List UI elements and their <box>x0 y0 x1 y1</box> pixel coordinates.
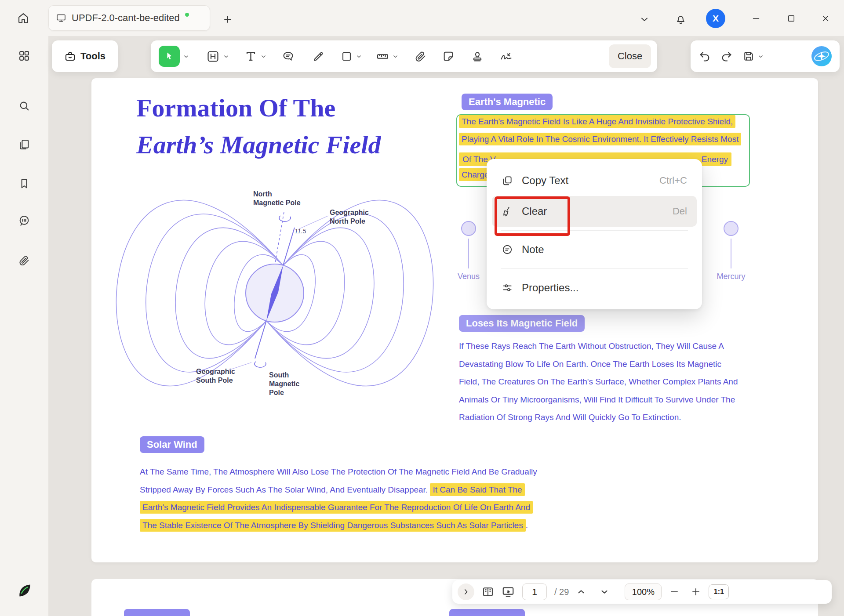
tools-button[interactable]: Tools <box>52 40 118 72</box>
measure-tool-dropdown[interactable] <box>392 53 399 60</box>
updf-logo[interactable] <box>14 580 35 601</box>
maximize-button[interactable] <box>782 10 800 27</box>
sidebar-item-apps[interactable] <box>14 45 35 66</box>
account-avatar[interactable]: X <box>706 9 725 28</box>
tools-label: Tools <box>80 51 106 62</box>
undo-button[interactable] <box>698 50 711 62</box>
body-text-line: At The Same Time, The Atmosphere Will Al… <box>140 463 537 481</box>
menu-item-label: Copy Text <box>522 174 568 187</box>
copy-icon <box>502 175 513 186</box>
home-button[interactable] <box>12 7 34 29</box>
redo-button[interactable] <box>720 50 733 62</box>
ai-assistant-button[interactable] <box>811 46 832 66</box>
reader-view-icon <box>482 586 494 598</box>
new-tab-button[interactable] <box>219 11 236 28</box>
title-bar: UPDF-2.0-cant-be-edited X <box>0 0 844 36</box>
search-icon <box>18 100 30 112</box>
bell-icon <box>675 14 687 25</box>
comment-icon <box>282 50 295 63</box>
mercury-label: Mercury <box>717 272 745 281</box>
context-menu-item-copy-text[interactable]: Copy Text Ctrl+C <box>492 165 697 196</box>
signature-tool-button[interactable] <box>499 50 513 63</box>
context-menu-item-properties[interactable]: Properties... <box>492 272 697 303</box>
context-menu-item-note[interactable]: Note <box>492 234 697 265</box>
sticker-tool-button[interactable] <box>442 50 455 62</box>
text-tool-button[interactable] <box>244 50 257 63</box>
shape-tool-button[interactable] <box>341 51 353 62</box>
highlighted-text-line[interactable]: Playing A Vital Role In The Cosmic Envir… <box>459 134 741 144</box>
body-text-line: Field, The Creatures On The Earth's Surf… <box>459 373 738 391</box>
edit-text-dropdown[interactable] <box>223 53 229 60</box>
close-window-button[interactable] <box>817 10 834 27</box>
zoom-in-button[interactable] <box>691 587 701 597</box>
section-badge-solar-wind[interactable]: Solar Wind <box>140 436 204 453</box>
sidebar-item-annotations[interactable] <box>14 210 35 231</box>
square-shape-icon <box>341 51 353 62</box>
text-icon <box>244 50 257 63</box>
close-icon <box>821 14 830 23</box>
document-tab[interactable]: UPDF-2.0-cant-be-edited <box>48 5 210 31</box>
section-badge-loses-field[interactable]: Loses Its Magnetic Field <box>459 315 585 332</box>
stamp-tool-button[interactable] <box>471 50 484 62</box>
notifications-button[interactable] <box>671 10 690 29</box>
highlighted-text-fragment-right: Energy <box>702 155 728 164</box>
presentation-mode-button[interactable] <box>502 585 515 598</box>
document-title-line1: Formation Of The <box>136 93 335 123</box>
body-text-line: Earth's Magnetic Field Provides An Indis… <box>140 499 537 517</box>
sidebar-item-search[interactable] <box>14 95 35 116</box>
next-page-button[interactable] <box>600 587 609 597</box>
text-tool-dropdown[interactable] <box>260 53 267 60</box>
comment-tool-button[interactable] <box>282 50 295 63</box>
pages-icon <box>18 138 30 151</box>
select-tool-dropdown[interactable] <box>183 53 189 60</box>
chevron-down-icon <box>639 14 650 25</box>
page-number-input[interactable]: 1 <box>522 583 547 600</box>
chevron-down-icon <box>260 53 267 60</box>
sidebar-item-pages[interactable] <box>14 134 35 155</box>
attachment-tool-button[interactable] <box>415 51 426 62</box>
label-south-magnetic-pole: South <box>269 371 289 379</box>
menu-item-label: Clear <box>522 205 547 217</box>
highlighted-text-segment[interactable]: The Stable Existence Of The Atmosphere B… <box>140 519 526 532</box>
previous-page-button[interactable] <box>576 587 586 597</box>
menu-item-label: Note <box>522 243 544 256</box>
bookmark-icon <box>18 178 30 189</box>
tab-list-dropdown-button[interactable] <box>636 11 653 28</box>
body-text-line: If These Rays Reach The Earth Without Ob… <box>459 337 738 355</box>
sidebar-item-bookmarks[interactable] <box>14 173 35 194</box>
unsaved-indicator-dot <box>185 13 189 17</box>
ai-sparkle-icon <box>811 46 832 66</box>
pen-tool-button[interactable] <box>312 50 325 63</box>
body-text-line: The Stable Existence Of The Atmosphere B… <box>140 517 537 535</box>
shape-tool-dropdown[interactable] <box>356 53 362 60</box>
signature-icon <box>499 50 513 63</box>
measure-tool-button[interactable] <box>376 50 389 63</box>
paragraph-loses-field: If These Rays Reach The Earth Without Ob… <box>459 337 738 427</box>
plus-icon <box>691 587 701 597</box>
minimize-button[interactable] <box>747 10 765 27</box>
save-button[interactable] <box>742 50 764 62</box>
highlighted-text-segment[interactable]: Earth's Magnetic Field Provides An Indis… <box>140 501 533 514</box>
zoom-value: 100% <box>632 587 655 597</box>
close-editor-button[interactable]: Close <box>609 44 651 68</box>
chevron-down-icon <box>223 53 229 60</box>
section-badge-earths-magnetic[interactable]: Earth's Magnetic <box>462 94 553 110</box>
zoom-level-control[interactable]: 100% <box>625 583 662 600</box>
reader-view-button[interactable] <box>482 586 494 598</box>
edit-text-tool-button[interactable] <box>206 50 220 63</box>
sidebar-item-attachments[interactable] <box>14 250 35 271</box>
maximize-icon <box>787 14 796 23</box>
context-menu-item-clear[interactable]: Clear Del <box>492 196 697 227</box>
svg-text:South Pole: South Pole <box>196 377 233 384</box>
actual-size-button[interactable]: 1:1 <box>709 584 729 599</box>
highlighted-text-line[interactable]: The Earth's Magnetic Field Is Like A Hug… <box>459 117 735 127</box>
select-tool-button-active[interactable] <box>159 46 180 67</box>
expand-panel-button[interactable] <box>458 583 474 600</box>
zoom-out-button[interactable] <box>669 587 680 597</box>
toolbar-divider <box>617 586 617 598</box>
highlighted-text-segment[interactable]: It Can Be Said That The <box>430 483 524 496</box>
menu-divider <box>501 230 688 231</box>
properties-sliders-icon <box>502 282 513 294</box>
venus-pointer-line <box>468 239 469 268</box>
partial-badge <box>124 609 190 616</box>
